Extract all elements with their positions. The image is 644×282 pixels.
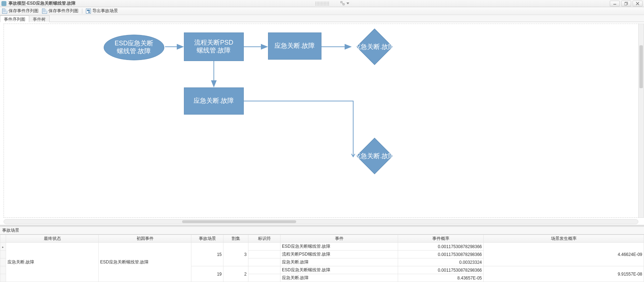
col-initiating-event[interactable]: 初因事件: [99, 235, 191, 243]
cell-event: ESD应急关断螺线管.故障: [280, 243, 398, 251]
toolbar-label: 导出事故场景: [92, 8, 118, 14]
save-sequence-button-2[interactable]: 保存事件序列图: [42, 8, 78, 14]
cell-event-prob: 0.00117530878298366: [398, 266, 484, 274]
horizontal-scrollbar[interactable]: [4, 219, 638, 224]
cell-event-prob: 0.00117530878298366: [398, 251, 484, 258]
col-final-state[interactable]: 最终状态: [6, 235, 99, 243]
cell-event-prob: 0.00323324: [398, 258, 484, 266]
minimize-button[interactable]: [610, 1, 620, 6]
node-emergency-fault-top[interactable]: 应急关断.故障: [268, 32, 321, 60]
col-scene[interactable]: 事故场景: [191, 235, 223, 243]
expand-icon[interactable]: [340, 1, 345, 6]
node-label-line: ESD应急关断: [114, 40, 153, 47]
canvas-area[interactable]: ESD应急关断 螺线管.故障 流程关断PSD 螺线管.故障 应急关断.故障 应急…: [0, 22, 644, 225]
cell-scene: 15: [191, 243, 223, 266]
col-identifier[interactable]: 标识符: [248, 235, 280, 243]
col-event-prob[interactable]: 事件概率: [398, 235, 484, 243]
cell-cutset: 2: [223, 266, 248, 282]
app-icon: [1, 1, 6, 6]
cell-final-state: 应急关断.故障: [6, 243, 99, 282]
separator: [82, 9, 82, 14]
svg-marker-3: [346, 2, 349, 4]
close-button[interactable]: [633, 1, 643, 6]
svg-rect-6: [624, 3, 627, 5]
toolbar-label: 保存事件序列图: [9, 8, 38, 14]
node-label-line: 流程关断PSD: [194, 39, 233, 47]
scroll-thumb[interactable]: [182, 220, 296, 223]
table-header-row: 最终状态 初因事件 事故场景 割集 标识符 事件 事件概率 场景发生概率: [0, 235, 644, 243]
table-row[interactable]: 应急关断.故障 ESD应急关断螺线管.故障 15 3 ESD应急关断螺线管.故障…: [0, 243, 644, 251]
scene-table[interactable]: 最终状态 初因事件 事故场景 割集 标识符 事件 事件概率 场景发生概率 应急关…: [0, 235, 644, 282]
svg-rect-0: [341, 1, 342, 3]
svg-line-2: [342, 3, 343, 4]
cell-event-prob: 0.00117530878298366: [398, 243, 484, 251]
cell-scene: 19: [191, 266, 223, 282]
lower-panel-title: 事故场景: [0, 227, 644, 235]
cell-event: ESD应急关断螺线管.故障: [280, 266, 398, 274]
cell-scene-prob: 4.46624E-09: [484, 243, 644, 266]
node-label: 应急关断.故障: [194, 97, 234, 105]
tab-event-tree[interactable]: 事件树: [29, 15, 50, 22]
title-bar: 事故模型-ESD应急关断螺线管.故障: [0, 0, 644, 7]
export-scene-button[interactable]: 导出事故场景: [86, 8, 118, 14]
col-scene-prob[interactable]: 场景发生概率: [484, 235, 644, 243]
node-emergency-fault-diamond-bottom[interactable]: 应急关断.故障: [346, 138, 403, 174]
node-emergency-fault-diamond-top[interactable]: 应急关断.故障: [346, 29, 403, 65]
tab-sequence-diagram[interactable]: 事件序列图: [0, 15, 29, 22]
dropdown-icon[interactable]: [346, 1, 350, 6]
scroll-thumb[interactable]: [639, 45, 643, 88]
col-cutset[interactable]: 割集: [223, 235, 248, 243]
node-label: 应急关断.故障: [354, 152, 395, 160]
node-label-line: 螺线管.故障: [114, 47, 153, 55]
node-label-line: 螺线管.故障: [194, 47, 233, 55]
window-title: 事故模型-ESD应急关断螺线管.故障: [9, 0, 76, 6]
tab-strip: 事件序列图 事件树: [0, 15, 644, 22]
save-icon: [86, 9, 91, 14]
cell-event-prob: 8.43657E-05: [398, 274, 484, 282]
cell-cutset: 3: [223, 243, 248, 266]
row-indicator: [0, 243, 6, 251]
arrows-layer: [4, 24, 640, 217]
corner-cell: [0, 235, 6, 243]
cell-event: 应急关断.故障: [280, 258, 398, 266]
cell-event: 流程关断PSD螺线管.故障: [280, 251, 398, 258]
svg-rect-1: [343, 4, 344, 5]
toolbar: 保存事件序列图 保存事件序列图 导出事故场景: [0, 7, 644, 15]
cell-id: [248, 243, 280, 251]
toolbar-label: 保存事件序列图: [48, 8, 78, 14]
vertical-scrollbar[interactable]: [638, 24, 644, 218]
cell-scene-prob: 9.91557E-08: [484, 266, 644, 282]
cell-event: 应急关断.故障: [280, 274, 398, 282]
diagram-canvas[interactable]: ESD应急关断 螺线管.故障 流程关断PSD 螺线管.故障 应急关断.故障 应急…: [4, 24, 640, 218]
node-label: 应急关断.故障: [274, 42, 315, 50]
node-initiating-event[interactable]: ESD应急关断 螺线管.故障: [104, 35, 164, 60]
node-emergency-fault-mid[interactable]: 应急关断.故障: [184, 87, 244, 115]
restore-button[interactable]: [621, 1, 631, 6]
node-process-cutoff[interactable]: 流程关断PSD 螺线管.故障: [184, 32, 244, 61]
sequence-icon: [2, 9, 7, 14]
col-event[interactable]: 事件: [280, 235, 398, 243]
save-sequence-button[interactable]: 保存事件序列图: [2, 8, 38, 14]
sequence-icon: [42, 9, 47, 14]
cell-init-event: ESD应急关断螺线管.故障: [99, 243, 191, 282]
drag-handle-icon[interactable]: [315, 1, 329, 6]
node-label: 应急关断.故障: [354, 42, 395, 51]
